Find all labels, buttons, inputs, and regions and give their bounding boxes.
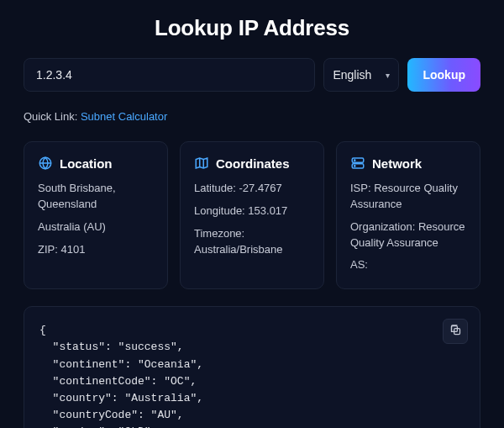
copy-button[interactable] (443, 319, 468, 344)
network-as: AS: (350, 257, 466, 273)
map-icon (194, 156, 209, 171)
language-select-value: English (333, 68, 371, 82)
network-org: Organization: Resource Quality Assurance (350, 219, 466, 251)
search-row: English ▾ Lookup (24, 58, 480, 92)
page-title: Lookup IP Address (24, 0, 480, 58)
location-card: Location South Brisbane, Queensland Aust… (24, 141, 168, 289)
copy-icon (449, 324, 462, 340)
quick-link-label: Quick Link: (24, 110, 77, 123)
coordinates-lon: Longitude: 153.017 (194, 203, 310, 219)
location-country: Australia (AU) (38, 219, 154, 235)
location-zip: ZIP: 4101 (38, 242, 154, 258)
coordinates-lat: Latitude: -27.4767 (194, 181, 310, 197)
json-response-text: { "status": "success", "continent": "Oce… (39, 322, 465, 428)
chevron-down-icon: ▾ (386, 71, 390, 80)
subnet-calculator-link[interactable]: Subnet Calculator (81, 110, 167, 123)
lookup-button[interactable]: Lookup (407, 58, 480, 92)
coordinates-card: Coordinates Latitude: -27.4767 Longitude… (180, 141, 324, 289)
cards-row: Location South Brisbane, Queensland Aust… (24, 141, 480, 289)
location-city-region: South Brisbane, Queensland (38, 181, 154, 213)
globe-icon (38, 156, 53, 171)
quick-link-row: Quick Link: Subnet Calculator (24, 110, 480, 123)
network-card-title: Network (372, 156, 422, 171)
coordinates-card-title: Coordinates (216, 156, 290, 171)
coordinates-tz: Timezone: Australia/Brisbane (194, 226, 310, 258)
location-card-title: Location (60, 156, 113, 171)
ip-input[interactable] (24, 58, 315, 92)
network-card: Network ISP: Resource Quality Assurance … (336, 141, 480, 289)
svg-point-3 (354, 160, 355, 161)
svg-point-4 (354, 166, 355, 166)
server-icon (350, 156, 365, 171)
network-isp: ISP: Resource Quality Assurance (350, 181, 466, 213)
language-select[interactable]: English ▾ (323, 58, 399, 92)
json-response-panel: { "status": "success", "continent": "Oce… (24, 306, 480, 428)
